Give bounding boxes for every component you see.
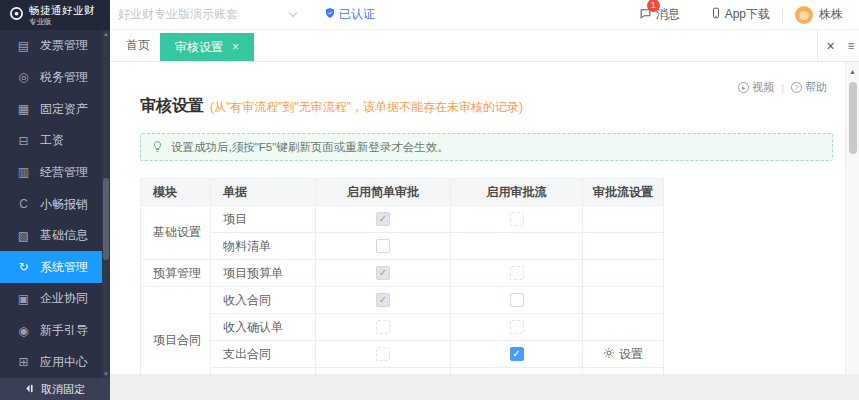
sidebar-item-payroll[interactable]: ⊟工资 — [0, 125, 110, 157]
approval-flow-checkbox-empty[interactable] — [510, 293, 524, 307]
sidebar-item-invoice[interactable]: ▤发票管理 — [0, 30, 110, 62]
content-scrollbar[interactable]: ▲ — [845, 62, 859, 374]
topbar: 好业财专业版演示账套 已认证 消息 1 App下载 株株 — [110, 0, 859, 30]
account-set-select[interactable]: 好业财专业版演示账套 — [118, 6, 300, 23]
module-cell: 项目合同 — [141, 287, 211, 375]
sidebar-item-tax[interactable]: ◎税务管理 — [0, 62, 110, 94]
verified-badge[interactable]: 已认证 — [324, 6, 375, 23]
approval-flow-cell — [451, 206, 583, 233]
unpin-label: 取消固定 — [41, 382, 85, 397]
table-row: 预算管理项目预算单✓ — [141, 260, 664, 287]
approval-flow-cell — [451, 233, 583, 260]
scroll-up-icon[interactable]: ▲ — [103, 30, 109, 38]
payroll-icon: ⊟ — [16, 134, 31, 148]
shield-icon — [324, 7, 336, 22]
content-scrollbar-thumb[interactable] — [849, 82, 857, 154]
unpin-sidebar-button[interactable]: 取消固定 — [0, 378, 110, 400]
sidebar-scrollbar-thumb[interactable] — [103, 178, 109, 260]
guide-icon: ◉ — [16, 324, 31, 338]
approval-flow-checkbox-empty-disabled — [510, 266, 524, 280]
help-link[interactable]: ? 帮助 — [791, 80, 827, 95]
document-cell: 项目 — [211, 206, 316, 233]
video-link[interactable]: ▸ 视频 — [738, 80, 774, 95]
simple-approval-checkbox-empty[interactable] — [376, 239, 390, 253]
tabbar: 首页 审核设置 × × ≡ — [110, 30, 859, 62]
simple-approval-checkbox-checked-disabled: ✓ — [376, 266, 390, 280]
topbar-right: 消息 1 App下载 株株 — [639, 6, 859, 24]
tax-icon: ◎ — [16, 70, 31, 84]
sidebar-item-business[interactable]: ▥经营管理 — [0, 157, 110, 189]
sidebar-item-fixed-assets[interactable]: ▦固定资产 — [0, 93, 110, 125]
sidebar-item-label: 基础信息 — [40, 227, 88, 244]
scrollbar-up-icon[interactable]: ▲ — [846, 62, 859, 75]
tab-label: 审核设置 — [175, 39, 223, 56]
column-header: 审批流设置 — [583, 179, 664, 206]
simple-approval-cell: ✓ — [316, 260, 451, 287]
tab-home[interactable]: 首页 — [116, 30, 160, 61]
document-cell: 物料清单 — [211, 233, 316, 260]
approval-flow-cell — [451, 287, 583, 314]
simple-approval-cell — [316, 233, 451, 260]
verified-label: 已认证 — [339, 6, 375, 23]
page-head: 审核设置 (从"有审流程"到"无审流程"，该单据不能存在未审核的记录) — [140, 96, 859, 117]
simple-approval-checkbox-empty-disabled — [376, 320, 390, 334]
column-header: 单据 — [211, 179, 316, 206]
table-row: 支出合同✓设置 — [141, 341, 664, 368]
sidebar-item-xiaochang-expense[interactable]: C小畅报销 — [0, 188, 110, 220]
tab-overflow-menu-icon[interactable]: ≡ — [843, 30, 859, 61]
sidebar-item-app-center[interactable]: ⊞应用中心 — [0, 346, 110, 378]
phone-icon — [710, 7, 722, 22]
approval-flow-checkbox-empty-disabled — [510, 320, 524, 334]
topbar-divider — [782, 8, 783, 22]
app-center-icon: ⊞ — [16, 355, 31, 369]
quick-links-divider: | — [781, 82, 784, 94]
app-logo[interactable]: 畅捷通好业财 专业版 — [0, 0, 110, 30]
sidebar-item-basic-info[interactable]: ▧基础信息 — [0, 220, 110, 252]
basic-info-icon: ▧ — [16, 229, 31, 243]
column-header: 启用审批流 — [451, 179, 583, 206]
document-cell: 支出合同 — [211, 341, 316, 368]
quick-links: ▸ 视频 | ? 帮助 — [738, 80, 827, 95]
sidebar-item-label: 固定资产 — [40, 101, 88, 118]
sidebar-item-label: 应用中心 — [40, 354, 88, 371]
close-panel-button[interactable]: × — [817, 30, 843, 61]
username[interactable]: 株株 — [819, 6, 843, 23]
brand-edition: 专业版 — [29, 18, 95, 26]
flow-settings-button[interactable]: 设置 — [603, 346, 643, 363]
flow-settings-label: 设置 — [619, 346, 643, 363]
document-cell: 项目预算单 — [211, 260, 316, 287]
sidebar-item-label: 工资 — [40, 132, 64, 149]
chevron-down-icon — [289, 9, 297, 17]
account-set-value: 好业财专业版演示账套 — [118, 6, 238, 23]
simple-approval-cell — [316, 341, 451, 368]
sidebar-item-label: 发票管理 — [40, 37, 88, 54]
module-cell: 基础设置 — [141, 206, 211, 260]
tab-close-icon[interactable]: × — [232, 40, 239, 54]
collaboration-icon: ▣ — [16, 292, 31, 306]
table-row: 项目合同收入合同✓ — [141, 287, 664, 314]
messages-button[interactable]: 消息 1 — [639, 6, 680, 23]
page-title: 审核设置 — [140, 96, 204, 117]
tab-audit-settings[interactable]: 审核设置 × — [160, 33, 254, 61]
page-title-note: (从"有审流程"到"无审流程"，该单据不能存在未审核的记录) — [210, 99, 523, 116]
table-row: 收入确认单 — [141, 314, 664, 341]
simple-approval-checkbox-empty-disabled — [376, 347, 390, 361]
brand-logo-icon — [9, 6, 24, 25]
sidebar-item-guide[interactable]: ◉新手引导 — [0, 315, 110, 347]
fixed-assets-icon: ▦ — [16, 102, 31, 116]
sidebar-scrollbar[interactable]: ▲ ▼ — [102, 30, 110, 378]
avatar[interactable] — [795, 6, 813, 24]
sidebar-item-collaboration[interactable]: ▣企业协同 — [0, 283, 110, 315]
scroll-down-icon[interactable]: ▼ — [103, 370, 109, 378]
flow-settings-cell — [583, 233, 664, 260]
collapse-pin-icon — [25, 383, 36, 396]
document-cell: 收入合同 — [211, 287, 316, 314]
sidebar-item-label: 经营管理 — [40, 164, 88, 181]
approval-flow-cell — [451, 314, 583, 341]
sidebar-nav: ▤发票管理◎税务管理▦固定资产⊟工资▥经营管理C小畅报销▧基础信息↻系统管理▣企… — [0, 30, 110, 378]
page-background-strip — [110, 374, 859, 400]
app-download-button[interactable]: App下载 — [710, 6, 770, 23]
approval-flow-checkbox-checked[interactable]: ✓ — [510, 347, 524, 361]
invoice-icon: ▤ — [16, 39, 31, 53]
sidebar-item-system[interactable]: ↻系统管理 — [0, 251, 110, 283]
